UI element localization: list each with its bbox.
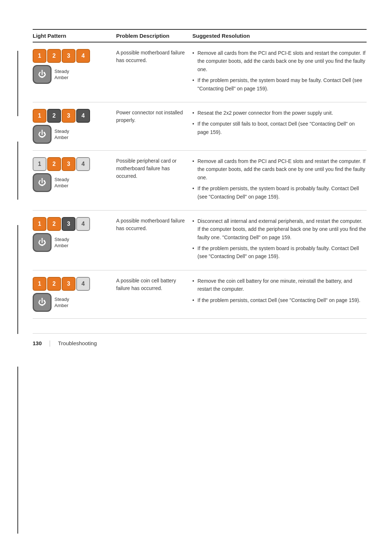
steady-amber-label: SteadyAmber <box>54 297 69 309</box>
resolution-list: Disconnect all internal and external per… <box>192 217 367 261</box>
margin-bar-1 <box>17 51 18 116</box>
resolution-item: Reseat the 2x2 power connector from the … <box>192 109 367 117</box>
led-1: 1 <box>33 109 46 123</box>
resolution-item: If the problem persists, contact Dell (s… <box>192 296 367 304</box>
resolution-cell: Reseat the 2x2 power connector from the … <box>192 109 367 139</box>
margin-bar-3 <box>17 225 18 334</box>
led-2: 2 <box>47 157 61 171</box>
led-row: 1 2 3 4 <box>33 277 90 291</box>
resolution-cell: Remove all cards from the PCI and PCI-E … <box>192 49 367 95</box>
resolution-cell: Remove the coin cell battery for one min… <box>192 277 367 307</box>
led-group: 1 2 3 4 ⏻ SteadyAmber <box>33 49 90 84</box>
table-row: 1 2 3 4 ⏻ SteadyAmber A possible motherb… <box>33 42 367 102</box>
power-row: ⏻ SteadyAmber <box>33 233 90 252</box>
led-3: 3 <box>62 49 75 63</box>
page-number: 130 <box>33 340 42 346</box>
led-1: 1 <box>33 157 46 171</box>
led-4: 4 <box>76 217 90 231</box>
problem-description: A possible coin cell battery failure has… <box>116 277 192 292</box>
led-row: 1 2 3 4 <box>33 217 90 231</box>
table-header: Light Pattern Problem Description Sugges… <box>33 29 367 42</box>
margin-bar-2 <box>17 142 18 200</box>
main-table: Light Pattern Problem Description Sugges… <box>33 29 367 319</box>
led-group: 1 2 3 4 ⏻ SteadyAmber <box>33 217 90 252</box>
power-row: ⏻ SteadyAmber <box>33 65 90 84</box>
resolution-list: Remove all cards from the PCI and PCI-E … <box>192 49 367 93</box>
problem-description: A possible motherboard failure has occur… <box>116 217 192 232</box>
resolution-item: If the problem persists, the system boar… <box>192 244 367 261</box>
led-1: 1 <box>33 217 46 231</box>
light-pattern-cell: 1 2 3 4 ⏻ SteadyAmber <box>33 217 116 252</box>
page-container: Light Pattern Problem Description Sugges… <box>0 0 392 369</box>
resolution-item: Remove all cards from the PCI and PCI-E … <box>192 157 367 181</box>
resolution-item: If the problem persists, the system boar… <box>192 76 367 93</box>
led-3: 3 <box>62 157 75 171</box>
light-pattern-cell: 1 2 3 4 ⏻ SteadyAmber <box>33 157 116 192</box>
power-button-icon: ⏻ <box>33 173 52 192</box>
col-header-light: Light Pattern <box>33 33 116 39</box>
resolution-list: Remove all cards from the PCI and PCI-E … <box>192 157 367 201</box>
power-button-icon: ⏻ <box>33 233 52 252</box>
col-header-problem: Problem Description <box>116 33 192 39</box>
power-row: ⏻ SteadyAmber <box>33 173 90 192</box>
problem-description: Possible peripheral card or motherboard … <box>116 157 192 180</box>
led-group: 1 2 3 4 ⏻ SteadyAmber <box>33 157 90 192</box>
light-pattern-cell: 1 2 3 4 ⏻ SteadyAmber <box>33 109 116 144</box>
margin-bar-5 <box>17 461 18 534</box>
table-row: 1 2 3 4 ⏻ SteadyAmber A possible motherb… <box>33 211 367 270</box>
power-row: ⏻ SteadyAmber <box>33 293 90 312</box>
led-2: 2 <box>47 277 61 291</box>
resolution-item: If the computer still fails to boot, con… <box>192 120 367 136</box>
resolution-list: Remove the coin cell battery for one min… <box>192 277 367 304</box>
steady-amber-label: SteadyAmber <box>54 128 69 141</box>
resolution-item: Disconnect all internal and external per… <box>192 217 367 241</box>
led-row: 1 2 3 4 <box>33 109 90 123</box>
resolution-item: Remove all cards from the PCI and PCI-E … <box>192 49 367 73</box>
led-3: 3 <box>62 109 75 123</box>
problem-description: Power connector not installed properly. <box>116 109 192 124</box>
led-4: 4 <box>76 277 90 291</box>
led-row: 1 2 3 4 <box>33 49 90 63</box>
led-2: 2 <box>47 49 61 63</box>
resolution-item: Remove the coin cell battery for one min… <box>192 277 367 293</box>
light-pattern-cell: 1 2 3 4 ⏻ SteadyAmber <box>33 277 116 312</box>
led-4: 4 <box>76 49 90 63</box>
led-2: 2 <box>47 217 61 231</box>
power-button-icon: ⏻ <box>33 293 52 312</box>
table-row: 1 2 3 4 ⏻ SteadyAmber Possible periphera… <box>33 151 367 211</box>
footer-section-label: Troubleshooting <box>58 340 97 346</box>
footer-divider: | <box>49 339 51 347</box>
resolution-cell: Remove all cards from the PCI and PCI-E … <box>192 157 367 204</box>
table-row: 1 2 3 4 ⏻ SteadyAmber Power connector no… <box>33 102 367 151</box>
led-4: 4 <box>76 157 90 171</box>
page-footer: 130 | Troubleshooting <box>33 333 367 347</box>
steady-amber-label: SteadyAmber <box>54 177 69 189</box>
led-1: 1 <box>33 277 46 291</box>
resolution-cell: Disconnect all internal and external per… <box>192 217 367 264</box>
led-1: 1 <box>33 49 46 63</box>
power-button-icon: ⏻ <box>33 125 52 144</box>
led-row: 1 2 3 4 <box>33 157 90 171</box>
power-row: ⏻ SteadyAmber <box>33 125 90 144</box>
led-4: 4 <box>76 109 90 123</box>
led-2: 2 <box>47 109 61 123</box>
led-group: 1 2 3 4 ⏻ SteadyAmber <box>33 109 90 144</box>
led-group: 1 2 3 4 ⏻ SteadyAmber <box>33 277 90 312</box>
table-row: 1 2 3 4 ⏻ SteadyAmber A possible coin ce… <box>33 270 367 319</box>
resolution-list: Reseat the 2x2 power connector from the … <box>192 109 367 136</box>
col-header-resolution: Suggested Resolution <box>192 33 367 39</box>
problem-description: A possible motherboard failure has occur… <box>116 49 192 64</box>
steady-amber-label: SteadyAmber <box>54 237 69 249</box>
resolution-item: If the problem persists, the system boar… <box>192 184 367 201</box>
power-button-icon: ⏻ <box>33 65 52 84</box>
steady-amber-label: SteadyAmber <box>54 69 69 81</box>
led-3: 3 <box>62 217 75 231</box>
light-pattern-cell: 1 2 3 4 ⏻ SteadyAmber <box>33 49 116 84</box>
led-3: 3 <box>62 277 75 291</box>
